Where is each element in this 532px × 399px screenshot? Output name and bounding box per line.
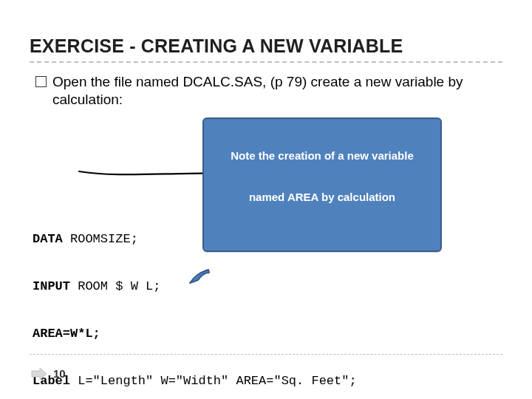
code-line-2: INPUT ROOM $ W L; xyxy=(33,279,502,294)
callout-line1: Note the creation of a new variable xyxy=(211,149,433,163)
page-number: 10 xyxy=(53,367,66,380)
arrow-right-icon xyxy=(31,368,47,380)
callout-box: Note the creation of a new variable name… xyxy=(202,117,442,253)
checkbox-icon xyxy=(35,76,47,87)
footer-divider xyxy=(30,354,502,355)
slide-title: EXERCISE - CREATING A NEW VARIABLE xyxy=(30,35,502,57)
bullet-item: Open the file named DCALC.SAS, (p 79) cr… xyxy=(35,73,502,109)
code-line-4: Label L="Length" W="Width" AREA="Sq. Fee… xyxy=(33,373,502,389)
underline-annotation xyxy=(33,152,194,163)
callout-line2: named AREA by calculation xyxy=(211,191,433,205)
callout-tail-icon xyxy=(189,240,210,255)
slide: EXERCISE - CREATING A NEW VARIABLE Open … xyxy=(0,0,532,399)
title-divider xyxy=(30,61,502,63)
bullet-text: Open the file named DCALC.SAS, (p 79) cr… xyxy=(52,73,502,109)
footer: 10 xyxy=(31,367,66,380)
code-block: Note the creation of a new variable name… xyxy=(33,122,502,400)
code-line-3: AREA=W*L; xyxy=(33,326,502,341)
